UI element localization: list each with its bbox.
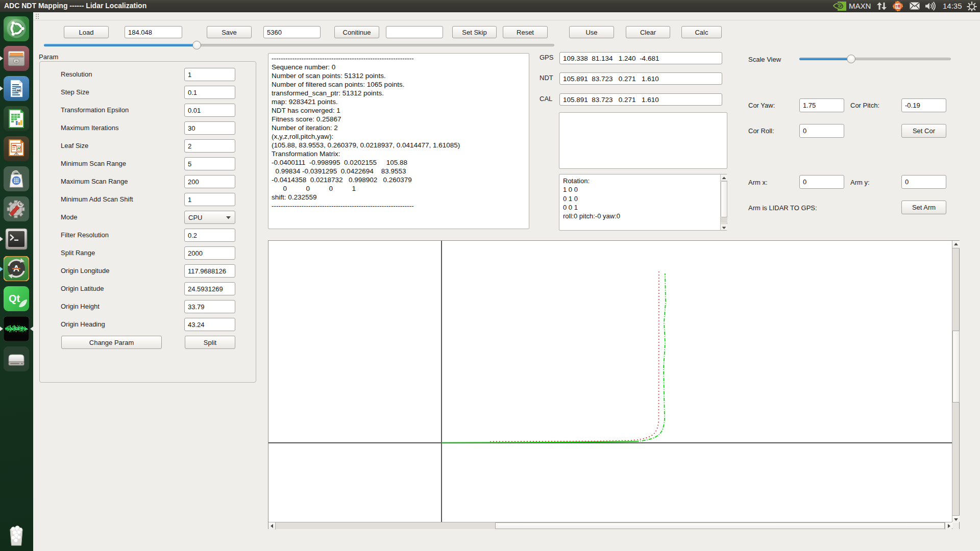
svg-text:Qt: Qt <box>9 293 20 304</box>
